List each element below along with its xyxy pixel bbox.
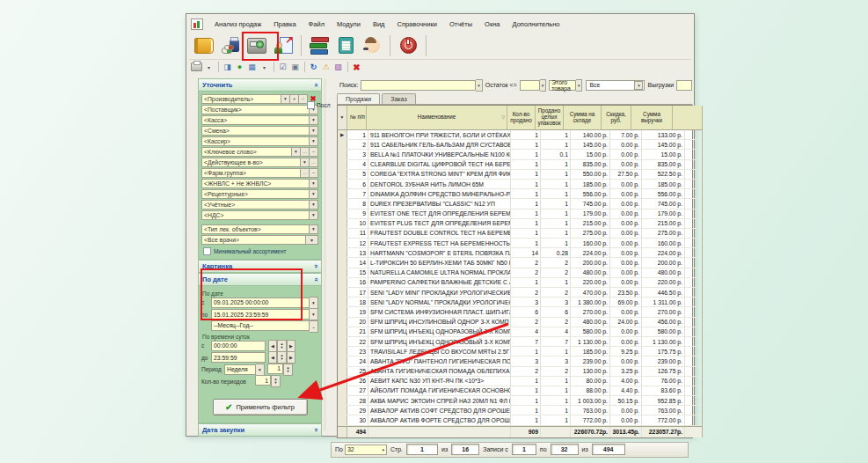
- table-row[interactable]: 28АКВА МАРИС ЭКТОИН СПРЕЙ НАЗ 20МЛ N1 ФЛ…: [338, 396, 702, 406]
- medicines-icon[interactable]: [217, 33, 244, 58]
- collapse-down-icon[interactable]: »: [311, 264, 319, 268]
- reference-books-icon[interactable]: [306, 33, 332, 58]
- filter-value[interactable]: <Действующее в-во>: [201, 158, 301, 167]
- table-row[interactable]: 5COREGA "EXTRA STRONG MINT" КРЕМ ДЛЯ ФИК…: [338, 170, 702, 180]
- date-from-input[interactable]: 09.01.2025 00:00:00: [211, 298, 310, 308]
- chevron-down-icon[interactable]: ▾: [310, 224, 318, 234]
- chevron-down-icon[interactable]: ▾: [281, 94, 290, 104]
- chevron-down-icon[interactable]: ▾: [310, 210, 318, 220]
- copy-icon[interactable]: ▣: [289, 61, 301, 73]
- spinner-icon[interactable]: ▲▼: [277, 340, 287, 352]
- column-header[interactable]: Наименование▽: [367, 106, 507, 129]
- filter-value[interactable]: <Ключевое слово>: [201, 147, 292, 157]
- menu-item[interactable]: Модули: [331, 18, 367, 30]
- add-icon[interactable]: +: [290, 94, 299, 104]
- uploads-input[interactable]: [676, 80, 692, 91]
- apply-filter-button[interactable]: ✔ Применить фильтр: [213, 399, 308, 415]
- column-header[interactable]: Сумма выручки: [631, 106, 673, 129]
- chevron-down-icon[interactable]: ▾: [310, 308, 318, 320]
- column-chooser-icon[interactable]: ▾: [338, 106, 347, 129]
- edit-chart-icon[interactable]: ▧: [332, 61, 344, 73]
- ellipsis-icon[interactable]: …: [301, 168, 310, 178]
- filter-value[interactable]: <Смена>: [201, 126, 310, 136]
- collapse-up-icon[interactable]: »: [311, 277, 319, 281]
- chevron-down-icon[interactable]: ▾: [310, 126, 318, 136]
- filter-value[interactable]: <Учётные>: [201, 200, 310, 209]
- step-left-icon[interactable]: ◀: [268, 340, 277, 352]
- time-to-input[interactable]: 23:59:59: [211, 352, 266, 363]
- table-row[interactable]: 12FRAUTEST EXPRESS ТЕСТ НА БЕРЕМЕННОСТЬ …: [338, 239, 702, 248]
- per-page-select[interactable]: 32 ▾: [345, 445, 387, 455]
- date-to-input[interactable]: 15.01.2025 23:59:59: [211, 309, 310, 320]
- table-row[interactable]: 2911 САБЕЛЬНИК ГЕЛЬ-БАЛЬЗАМ ДЛЯ СУСТАВОВ…: [338, 140, 702, 150]
- chevron-down-icon[interactable]: ▾: [310, 189, 318, 199]
- record-to[interactable]: 32: [551, 444, 579, 455]
- exit-power-icon[interactable]: [395, 33, 421, 58]
- export-dropdown-icon[interactable]: ▾: [259, 61, 270, 73]
- menu-item[interactable]: Правка: [267, 18, 302, 30]
- chevron-down-icon[interactable]: ▾: [310, 297, 318, 309]
- menu-item[interactable]: Отчёты: [443, 18, 478, 30]
- table-view-icon[interactable]: ◨: [222, 61, 233, 73]
- sales-analysis-icon[interactable]: ↗: [270, 33, 296, 58]
- table-row[interactable]: 27АЙБОЛИТ ПОМАДА ГИГИЕНИЧЕСКАЯ ОСНОВНОЙ1…: [338, 386, 702, 396]
- table-row[interactable]: 30АКВАЛОР АКТИВ ФОРТЕ СРЕДСТВО ДЛЯ ОРОШЕ…: [338, 415, 702, 425]
- table-row[interactable]: 6DENTOROL ЗУБНАЯ НИТЬ ЛИМОН 65М11185.00 …: [338, 180, 702, 189]
- filter-value[interactable]: <Производитель>: [201, 94, 281, 104]
- vertical-scrollbar[interactable]: [702, 106, 703, 437]
- chevron-down-icon[interactable]: ▾: [476, 79, 482, 92]
- table-row[interactable]: 14L-ТИРОКСИН 50 БЕРЛИН-ХЕМИ ТАБ 50МКГ N5…: [338, 258, 702, 268]
- table-row[interactable]: 16PAMPERINO САЛФЕТКИ ВЛАЖНЫЕ ДЕТСКИЕ С А…: [338, 278, 702, 288]
- filter-value[interactable]: <НДС>: [201, 210, 310, 220]
- column-header[interactable]: № п/п: [347, 106, 367, 129]
- step-right-icon[interactable]: ▶: [287, 351, 295, 364]
- table-row[interactable]: 17SENI "LADY MINI" ПРОКЛАДКИ УРОЛОГИЧЕСК…: [338, 288, 702, 298]
- table-row[interactable]: 22SFM ШПРИЦ ИНЪЕКЦ ОДНОРАЗОВЫЙ 3-Х КОМП …: [338, 337, 702, 347]
- table-row[interactable]: 19SFM СИСТЕМА ИНФУЗИОННАЯ ПЛАСТ. ШИП-ИГЛ…: [338, 307, 702, 317]
- filter-value[interactable]: <Поставщик>: [201, 105, 310, 114]
- filter-value[interactable]: <Все врачи>: [201, 235, 306, 245]
- table-row[interactable]: 21SFM ШПРИЦ ИНЪЕКЦ ОДНОРАЗОВЫЙ 3-Х КОМП …: [338, 327, 702, 337]
- panel-header-purchase-date[interactable]: Дата закупки »: [198, 423, 322, 437]
- filter-value[interactable]: <Рецептурные>: [201, 189, 310, 199]
- min-assortment-checkbox[interactable]: Минимальный ассортимент: [201, 247, 318, 255]
- menu-item[interactable]: Справочники: [390, 18, 442, 30]
- delete-icon[interactable]: ✖: [351, 61, 362, 73]
- chevron-down-icon[interactable]: ▾: [310, 200, 318, 209]
- print-dropdown-icon[interactable]: ▾: [203, 61, 215, 73]
- cash-register-icon[interactable]: [244, 33, 270, 58]
- filter-value[interactable]: <Фарм.группа>: [201, 168, 301, 178]
- ellipsis-icon[interactable]: …: [301, 147, 310, 157]
- chevron-down-icon[interactable]: ▾: [256, 364, 265, 376]
- chevron-down-icon[interactable]: ▾: [306, 235, 318, 245]
- filter-value[interactable]: <Тип лек. объектов>: [201, 224, 310, 234]
- search-input[interactable]: [361, 80, 476, 91]
- table-row[interactable]: 23TRAVISILALF ЛЕДЕНЦЫ СО ВКУСОМ МЯТЫ 2.5…: [338, 347, 702, 356]
- column-header[interactable]: Сумма на складе: [564, 106, 602, 129]
- scope-select[interactable]: Этого товара: [549, 80, 576, 91]
- spinner-icon[interactable]: ▲▼: [277, 351, 287, 364]
- table-row[interactable]: 29АКВАЛОР АКТИВ СОФТ СРЕДСТВО ДЛЯ ОРОШЕН…: [338, 406, 702, 415]
- recent-checkbox[interactable]: Посл: [307, 101, 331, 109]
- menu-item[interactable]: Анализ продаж: [208, 18, 267, 30]
- filter-select[interactable]: Все ▾: [586, 80, 645, 91]
- table-row[interactable]: 3BELLA №1 ПЛАТОЧКИ УНИВЕРСАЛЬНЫЕ N100 КС…: [338, 150, 702, 159]
- spinner-icon[interactable]: ▲▼: [271, 375, 281, 387]
- table-row[interactable]: 10EVITEST PLUS ТЕСТ ДЛЯ ОПРЕДЕЛЕНИЯ БЕРЕ…: [338, 219, 702, 229]
- column-header[interactable]: Продано целых упаковок: [536, 106, 564, 129]
- tab-Заказ[interactable]: Заказ: [382, 93, 415, 104]
- table-row[interactable]: 8DUREX ПРЕЗЕРВАТИВЫ "CLASSIC" N12 УП1174…: [338, 199, 702, 209]
- table-row[interactable]: 11FRAUTEST DOUBLE CONTROL ТЕСТ НА БЕРЕМЕ…: [338, 229, 702, 239]
- panel-header-by-date[interactable]: По дате »: [198, 273, 322, 286]
- chevron-down-icon[interactable]: ▾: [292, 147, 301, 157]
- step-right-icon[interactable]: ▶: [287, 340, 295, 352]
- table-row[interactable]: 20SFM ШПРИЦ ИНСУЛИНОВЫЙ ОДНОР 3-Х КОМП U…: [338, 318, 702, 327]
- chevron-down-icon[interactable]: ▾: [310, 179, 318, 188]
- menu-item[interactable]: Дополнительно: [507, 18, 566, 30]
- check-document-icon[interactable]: ☑: [277, 61, 288, 73]
- table-row[interactable]: 7DINAMIKA ДОЛФИН СРЕДСТВО МИНЕРАЛЬНО-РА1…: [338, 189, 702, 199]
- collapse-down-icon[interactable]: »: [311, 428, 319, 431]
- remove-icon[interactable]: −: [310, 147, 318, 157]
- filter-value[interactable]: <Касса>: [201, 115, 310, 125]
- alert-icon[interactable]: ⚠: [320, 61, 332, 73]
